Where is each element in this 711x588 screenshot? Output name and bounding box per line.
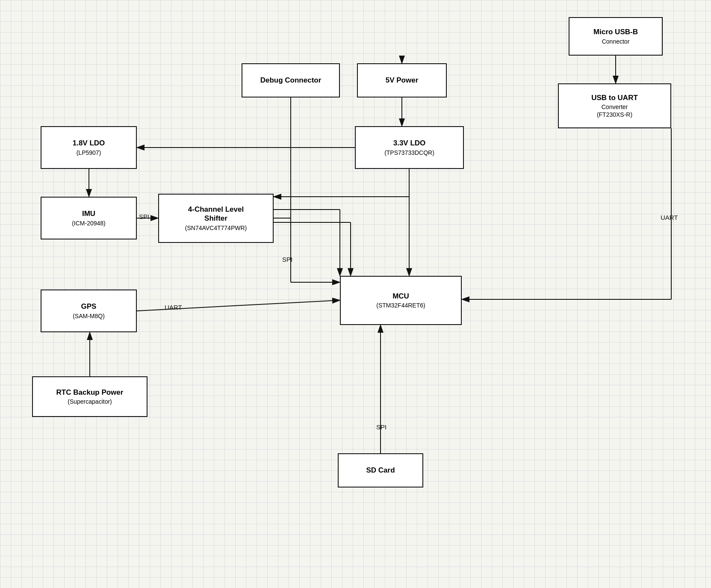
5v-power-block: 5V Power <box>357 63 447 98</box>
level-shifter-subtitle: (SN74AVC4T774PWR) <box>185 224 247 232</box>
spi-label-imu: SPI <box>139 213 149 220</box>
gps-block: GPS (SAM-M8Q) <box>41 290 137 332</box>
ldo18-block: 1.8V LDO (LP5907) <box>41 126 137 169</box>
spi-label-mcu: SPI <box>282 256 292 263</box>
ldo18-subtitle: (LP5907) <box>77 149 101 157</box>
block-diagram: Micro USB-B Connector USB to UART Conver… <box>0 0 711 588</box>
imu-subtitle: (ICM-20948) <box>72 219 106 227</box>
level-shifter-block: 4-Channel LevelShifter (SN74AVC4T774PWR) <box>158 194 274 243</box>
micro-usb-subtitle: Connector <box>602 38 630 45</box>
rtc-block: RTC Backup Power (Supercapacitor) <box>32 376 148 417</box>
usb-uart-title: USB to UART <box>591 93 638 102</box>
imu-title: IMU <box>82 209 95 218</box>
imu-block: IMU (ICM-20948) <box>41 197 137 239</box>
sd-card-block: SD Card <box>338 453 423 488</box>
gps-subtitle: (SAM-M8Q) <box>73 312 105 320</box>
sd-card-title: SD Card <box>366 466 395 475</box>
usb-uart-subtitle: Converter(FT230XS-R) <box>597 103 632 118</box>
ldo18-title: 1.8V LDO <box>73 139 105 148</box>
spi-label-sd: SPI <box>376 423 386 431</box>
mcu-subtitle: (STM32F44RET6) <box>376 301 425 309</box>
debug-connector-title: Debug Connector <box>260 76 322 85</box>
rtc-subtitle: (Supercapacitor) <box>68 398 112 405</box>
micro-usb-block: Micro USB-B Connector <box>569 17 663 56</box>
ldo33-title: 3.3V LDO <box>393 139 426 148</box>
debug-connector-block: Debug Connector <box>242 63 340 98</box>
ldo33-subtitle: (TPS73733DCQR) <box>384 149 434 157</box>
micro-usb-title: Micro USB-B <box>593 27 638 36</box>
uart-label-gps: UART <box>165 304 182 311</box>
ldo33-block: 3.3V LDO (TPS73733DCQR) <box>355 126 464 169</box>
gps-title: GPS <box>81 302 97 311</box>
usb-uart-block: USB to UART Converter(FT230XS-R) <box>558 83 671 128</box>
rtc-title: RTC Backup Power <box>56 388 124 397</box>
mcu-title: MCU <box>392 292 409 301</box>
level-shifter-title: 4-Channel LevelShifter <box>188 205 244 223</box>
uart-label-right: UART <box>661 214 678 221</box>
mcu-block: MCU (STM32F44RET6) <box>340 276 462 325</box>
5v-power-title: 5V Power <box>386 76 419 85</box>
